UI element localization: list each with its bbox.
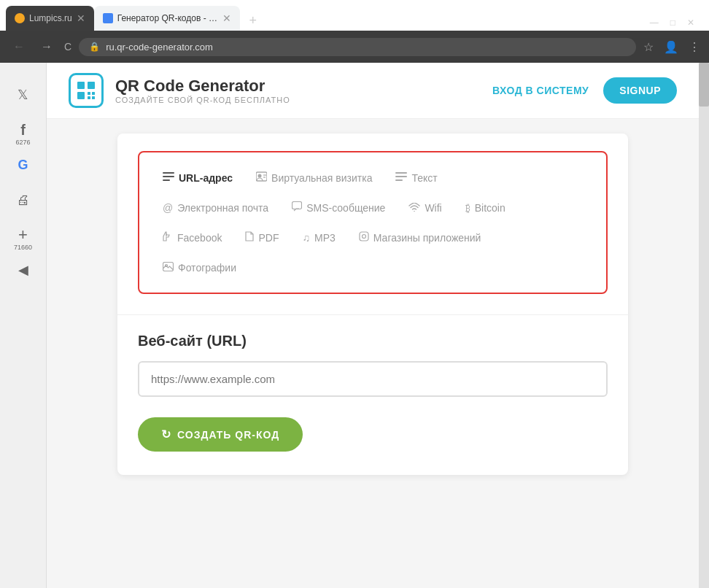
forward-button[interactable]: → — [36, 39, 57, 55]
cat-photo-label: Фотографии — [178, 262, 236, 274]
close-button[interactable]: ✕ — [687, 18, 694, 28]
svg-rect-0 — [77, 82, 85, 89]
new-tab-button[interactable]: + — [243, 10, 263, 31]
cat-url[interactable]: URL-адрес — [151, 164, 244, 191]
cat-appstore[interactable]: Магазины приложений — [347, 224, 493, 251]
appstore-icon — [359, 231, 369, 244]
tab-qr[interactable]: Генератор QR-кодов - создава… ✕ — [94, 6, 240, 31]
tab-close-lumpics[interactable]: ✕ — [77, 12, 85, 24]
scroll-thumb[interactable] — [699, 63, 709, 107]
category-row-1: URL-адрес Виртуальная визитка Текст — [151, 164, 594, 191]
header-nav: ВХОД В СИСТЕМУ SIGNUP — [492, 77, 677, 104]
wifi-icon — [408, 201, 420, 214]
sidebar-icon-collapse[interactable]: ◀ — [6, 252, 41, 287]
main-content: QR Code Generator СОЗДАЙТЕ СВОЙ QR-КОД Б… — [47, 63, 699, 588]
cat-facebook[interactable]: Facebook — [151, 224, 233, 251]
svg-rect-6 — [92, 96, 95, 99]
svg-point-20 — [362, 235, 365, 239]
svg-point-11 — [258, 174, 262, 178]
site-subtitle: СОЗДАЙТЕ СВОЙ QR-КОД БЕСПЛАТНО — [115, 96, 481, 104]
star-icon[interactable]: ☆ — [643, 40, 654, 54]
cat-mp3-label: MP3 — [314, 232, 336, 244]
svg-rect-19 — [360, 232, 368, 241]
svg-rect-17 — [292, 202, 302, 209]
photo-icon — [163, 261, 174, 274]
cat-email[interactable]: @ Электронная почта — [151, 195, 280, 221]
sidebar-icon-add[interactable]: + 71660 — [6, 217, 41, 252]
cat-photo[interactable]: Фотографии — [151, 254, 248, 281]
cat-sms[interactable]: SMS-сообщение — [280, 194, 397, 221]
tab-favicon-lumpics — [15, 13, 25, 23]
address-field[interactable]: 🔒 ru.qr-code-generator.com — [79, 38, 636, 56]
tab-title-qr: Генератор QR-кодов - создава… — [117, 13, 218, 23]
site-title: QR Code Generator — [115, 77, 481, 96]
cat-bitcoin-label: Bitcoin — [475, 202, 505, 214]
tab-lumpics[interactable]: Lumpics.ru ✕ — [6, 6, 94, 31]
login-button[interactable]: ВХОД В СИСТЕМУ — [492, 85, 589, 96]
address-right-controls: ☆ 👤 ⋮ — [643, 40, 700, 54]
svg-point-18 — [414, 211, 415, 212]
category-row-3: Facebook PDF ♫ MP3 — [151, 224, 594, 251]
cat-vcard[interactable]: Виртуальная визитка — [244, 164, 384, 191]
tab-bar: Lumpics.ru ✕ Генератор QR-кодов - создав… — [0, 0, 709, 31]
cat-vcard-label: Виртуальная визитка — [271, 172, 372, 184]
account-icon[interactable]: 👤 — [664, 40, 678, 54]
add-icon: + — [18, 225, 28, 244]
site-header: QR Code Generator СОЗДАЙТЕ СВОЙ QR-КОД Б… — [47, 63, 699, 119]
divider — [117, 314, 628, 315]
svg-rect-2 — [77, 92, 85, 99]
cat-text-label: Текст — [411, 172, 437, 184]
mp3-icon: ♫ — [302, 232, 310, 244]
svg-rect-9 — [163, 179, 170, 181]
tab-close-qr[interactable]: ✕ — [222, 12, 231, 24]
left-sidebar: 𝕏 f 6276 G 🖨 + 71660 ◀ — [0, 63, 47, 588]
sidebar-icon-facebook[interactable]: f 6276 — [6, 112, 41, 147]
cat-pdf[interactable]: PDF — [233, 224, 290, 251]
create-qr-button[interactable]: ↻ СОЗДАТЬ QR-КОД — [138, 417, 303, 452]
svg-rect-4 — [92, 92, 95, 95]
text-icon — [395, 171, 407, 184]
sms-icon — [292, 201, 302, 214]
logo-text: QR Code Generator СОЗДАЙТЕ СВОЙ QR-КОД Б… — [115, 77, 481, 104]
sidebar-icon-print[interactable]: 🖨 — [6, 182, 41, 217]
menu-icon[interactable]: ⋮ — [689, 40, 700, 54]
form-label: Веб-сайт (URL) — [138, 333, 608, 349]
svg-rect-15 — [395, 176, 407, 177]
facebook-count: 6276 — [15, 139, 30, 146]
maximize-button[interactable]: □ — [670, 18, 675, 28]
signup-button[interactable]: SIGNUP — [603, 77, 677, 104]
add-count: 71660 — [14, 244, 32, 251]
category-row-4: Фотографии — [151, 254, 594, 281]
cat-sms-label: SMS-сообщение — [306, 202, 385, 214]
url-icon — [163, 171, 174, 184]
svg-rect-3 — [88, 92, 90, 95]
url-input[interactable] — [138, 361, 608, 397]
category-grid: URL-адрес Виртуальная визитка Текст — [138, 151, 608, 294]
print-icon: 🖨 — [17, 193, 30, 208]
pdf-icon — [245, 231, 254, 244]
facebook-icon: f — [20, 122, 26, 139]
sidebar-icon-google[interactable]: G — [6, 147, 41, 182]
cat-bitcoin[interactable]: ₿ Bitcoin — [454, 195, 517, 221]
main-card: URL-адрес Виртуальная визитка Текст — [117, 134, 628, 475]
browser-chrome: Lumpics.ru ✕ Генератор QR-кодов - создав… — [0, 0, 709, 63]
back-button[interactable]: ← — [9, 39, 29, 55]
svg-rect-5 — [88, 96, 90, 99]
refresh-button[interactable]: C — [64, 41, 71, 53]
address-bar: ← → C 🔒 ru.qr-code-generator.com ☆ 👤 ⋮ — [0, 31, 709, 63]
address-text: ru.qr-code-generator.com — [106, 42, 213, 53]
svg-rect-14 — [395, 172, 407, 174]
page-content: 𝕏 f 6276 G 🖨 + 71660 ◀ — [0, 63, 709, 588]
minimize-button[interactable]: — — [650, 18, 659, 28]
twitter-icon: 𝕏 — [18, 87, 28, 103]
sidebar-icon-twitter[interactable]: 𝕏 — [6, 77, 41, 112]
cat-mp3[interactable]: ♫ MP3 — [290, 225, 346, 251]
scrollbar[interactable] — [699, 63, 709, 588]
cat-wifi-label: Wifi — [425, 202, 441, 214]
email-icon: @ — [163, 202, 173, 214]
cat-text[interactable]: Текст — [384, 164, 449, 191]
cat-wifi[interactable]: Wifi — [397, 194, 453, 221]
logo-icon — [69, 73, 104, 108]
lock-icon: 🔒 — [89, 42, 100, 52]
create-btn-label: СОЗДАТЬ QR-КОД — [177, 429, 279, 441]
